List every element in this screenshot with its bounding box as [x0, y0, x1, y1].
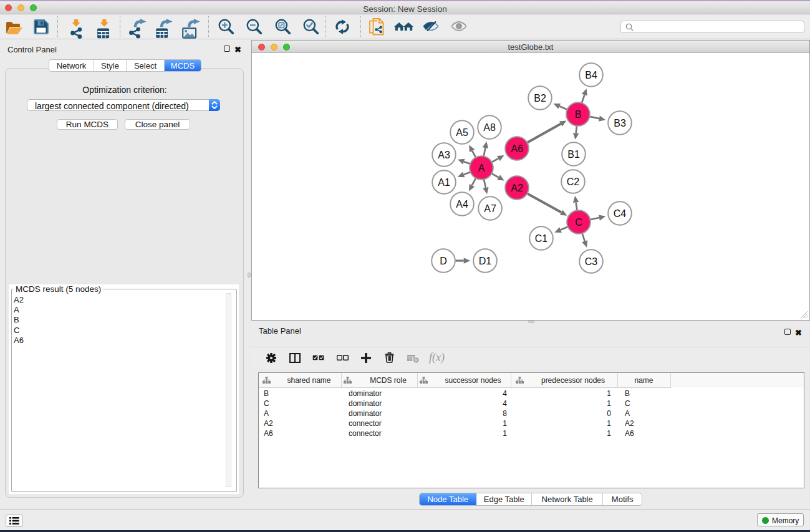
svg-text:B: B — [575, 109, 582, 120]
svg-text:D1: D1 — [479, 256, 492, 266]
svg-text:A6: A6 — [511, 143, 523, 154]
svg-text:A5: A5 — [456, 127, 468, 138]
svg-text:C: C — [575, 217, 582, 228]
svg-text:B1: B1 — [567, 149, 580, 160]
svg-text:C2: C2 — [567, 177, 580, 187]
svg-text:A1: A1 — [438, 177, 450, 188]
svg-text:A3: A3 — [438, 150, 450, 160]
svg-text:B4: B4 — [585, 70, 597, 80]
svg-text:A4: A4 — [456, 199, 468, 210]
svg-text:C4: C4 — [614, 208, 627, 219]
svg-text:B2: B2 — [534, 93, 546, 104]
svg-text:C3: C3 — [585, 256, 598, 267]
svg-text:A2: A2 — [511, 183, 523, 193]
svg-text:A7: A7 — [484, 203, 496, 214]
svg-text:A8: A8 — [483, 122, 496, 133]
svg-text:D: D — [440, 256, 447, 266]
svg-text:C1: C1 — [535, 233, 548, 244]
svg-text:A: A — [478, 163, 485, 173]
svg-text:B3: B3 — [614, 118, 626, 128]
